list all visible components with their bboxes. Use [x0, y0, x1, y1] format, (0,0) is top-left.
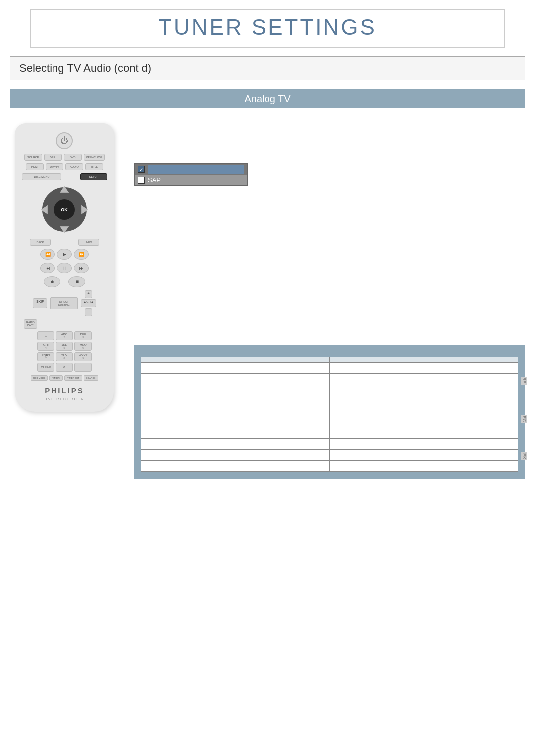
rapid-play-row: RAPIDPLAY	[22, 319, 107, 329]
disc-setup-row: DISC MENU SETUP	[22, 173, 107, 180]
prev-button[interactable]: ⏮	[40, 263, 55, 273]
num5-button[interactable]: JKL5	[56, 342, 73, 351]
stop-button[interactable]: ⏹	[68, 276, 85, 287]
re-label: RE	[521, 377, 527, 385]
osd-menu: SAP	[134, 163, 248, 186]
num7-button[interactable]: PQRS7	[37, 352, 54, 361]
rec-stop-row: ⏺ ⏹	[22, 276, 107, 287]
play-button[interactable]: ▶	[57, 249, 72, 260]
ek-label: EK	[521, 452, 527, 460]
transport-row-2: ⏮ ⏸ ⏭	[22, 263, 107, 273]
open-close-button[interactable]: OPEN/CLOSE	[84, 154, 105, 161]
bottom-row: REC MODE TIMER TIMER SET SEARCH	[22, 375, 107, 381]
remote-control: ⏻ SOURCE VCR DVD OPEN/CLOSE HDMI DTV/TV …	[15, 123, 114, 412]
skip-direct-row: SKIP DIRECTDUBBING + ▲CH▲ –	[22, 290, 107, 316]
transport-row-1: ⏪ ▶ ⏩	[22, 249, 107, 260]
section-label: Selecting TV Audio (cont d)	[19, 62, 151, 74]
remote-wrapper: ⏻ SOURCE VCR DVD OPEN/CLOSE HDMI DTV/TV …	[10, 123, 119, 412]
back-info-row: BACK INFO	[30, 239, 99, 246]
dot-button[interactable]: .	[74, 363, 92, 372]
osd-checkbox-2[interactable]	[138, 177, 145, 184]
table-row	[141, 406, 518, 417]
osd-highlight-bar	[148, 165, 244, 174]
table-row	[141, 395, 518, 406]
osd-checkbox-1[interactable]	[138, 166, 145, 173]
table-header-row	[141, 357, 518, 363]
dvd-button[interactable]: DVD	[64, 154, 82, 161]
info-button[interactable]: INFO	[78, 239, 99, 246]
table-row	[141, 461, 518, 472]
skip-button[interactable]: SKIP	[33, 298, 47, 308]
dpad-wrapper: OK	[40, 185, 89, 234]
num8-button[interactable]: TUV8	[56, 352, 73, 361]
info-table-box: RE EC EK	[134, 345, 525, 479]
table-row	[141, 439, 518, 450]
table-row	[141, 417, 518, 428]
num9-button[interactable]: WXYZ9	[74, 352, 92, 361]
power-icon: ⏻	[60, 136, 68, 145]
table-row	[141, 428, 518, 439]
num6-button[interactable]: MNO6	[74, 342, 92, 351]
num2-button[interactable]: ABC2	[56, 331, 73, 340]
table-row	[141, 384, 518, 395]
timer-button[interactable]: TIMER	[49, 375, 63, 381]
col-header-3	[329, 357, 424, 363]
section-header: Selecting TV Audio (cont d)	[10, 56, 525, 80]
disc-menu-button[interactable]: DISC MENU	[22, 173, 61, 180]
page-title: TUNER SETTINGS	[31, 15, 504, 40]
info-table	[141, 357, 518, 472]
hdmi-button[interactable]: HDMI	[26, 163, 44, 170]
setup-button[interactable]: SETUP	[80, 173, 107, 180]
power-button[interactable]: ⏻	[56, 132, 73, 149]
col-header-4	[424, 357, 518, 363]
table-row	[141, 363, 518, 374]
philips-brand: PHILIPS	[45, 386, 84, 395]
ch-plus-button[interactable]: +	[85, 290, 92, 298]
page-header: TUNER SETTINGS	[30, 9, 505, 48]
right-panel: SAP	[134, 123, 525, 479]
timer-set-button[interactable]: TIMER SET	[64, 375, 82, 381]
subsection-bar: Analog TV	[10, 89, 525, 108]
subsection-label: Analog TV	[244, 93, 290, 104]
dtv-tv-button[interactable]: DTV/TV	[46, 163, 63, 170]
rec-button[interactable]: ⏺	[44, 276, 60, 287]
ch-label: ▲CH▲	[81, 299, 96, 307]
num4-button[interactable]: GHI4	[37, 342, 54, 351]
dvd-recorder-label: DVD RECORDER	[45, 397, 85, 401]
table-row	[141, 374, 518, 384]
osd-menu-row-1	[135, 164, 247, 175]
content-area: ⏻ SOURCE VCR DVD OPEN/CLOSE HDMI DTV/TV …	[10, 123, 525, 479]
top-button-row-1: SOURCE VCR DVD OPEN/CLOSE	[22, 154, 107, 161]
rec-mode-button[interactable]: REC MODE	[31, 375, 48, 381]
next-button[interactable]: ⏭	[74, 263, 89, 273]
dpad-ok[interactable]: OK	[54, 199, 75, 220]
num0-button[interactable]: 0	[56, 363, 73, 372]
numpad: 1 ABC2 DEF3 GHI4 JKL5 MNO6 PQRS7 TUV8 WX…	[37, 331, 92, 372]
ch-minus-button[interactable]: –	[85, 308, 92, 316]
osd-sap-label: SAP	[148, 176, 160, 184]
table-row	[141, 450, 518, 461]
pause-button[interactable]: ⏸	[57, 263, 72, 273]
rew-button[interactable]: ⏪	[40, 249, 55, 260]
clear-button[interactable]: CLEAR	[37, 363, 54, 372]
back-button[interactable]: BACK	[30, 239, 51, 246]
source-button[interactable]: SOURCE	[24, 154, 42, 161]
audio-button[interactable]: AUDIO	[65, 163, 83, 170]
search-button[interactable]: SEARCH	[84, 375, 98, 381]
num1-button[interactable]: 1	[37, 331, 54, 340]
top-button-row-2: HDMI DTV/TV AUDIO TITLE	[22, 163, 107, 170]
col-header-1	[141, 357, 235, 363]
direct-dubbing-button[interactable]: DIRECTDUBBING	[50, 297, 78, 309]
dpad: OK	[40, 185, 89, 234]
rapid-play-button[interactable]: RAPIDPLAY	[24, 319, 37, 329]
num3-button[interactable]: DEF3	[74, 331, 92, 340]
col-header-2	[235, 357, 329, 363]
ffw-button[interactable]: ⏩	[74, 249, 89, 260]
title-button[interactable]: TITLE	[85, 163, 103, 170]
ec-label: EC	[521, 415, 527, 423]
vcr-button[interactable]: VCR	[44, 154, 62, 161]
osd-menu-row-2: SAP	[135, 175, 247, 185]
